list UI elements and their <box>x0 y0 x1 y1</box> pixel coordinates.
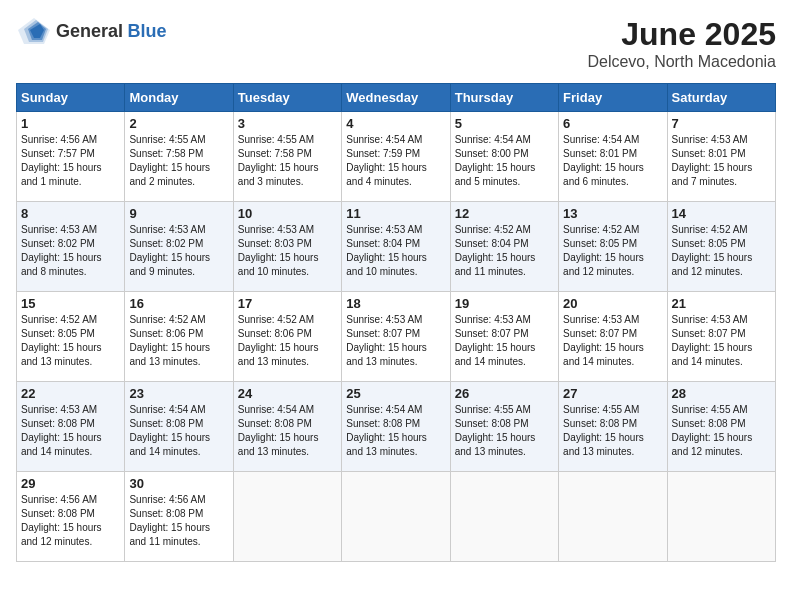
day-detail: Sunrise: 4:55 AMSunset: 8:08 PMDaylight:… <box>455 403 554 459</box>
day-detail: Sunrise: 4:53 AMSunset: 8:08 PMDaylight:… <box>21 403 120 459</box>
day-number: 20 <box>563 296 662 311</box>
day-number: 22 <box>21 386 120 401</box>
day-detail: Sunrise: 4:52 AMSunset: 8:06 PMDaylight:… <box>129 313 228 369</box>
month-title: June 2025 <box>587 16 776 53</box>
day-number: 6 <box>563 116 662 131</box>
day-number: 29 <box>21 476 120 491</box>
week-row-4: 22Sunrise: 4:53 AMSunset: 8:08 PMDayligh… <box>17 382 776 472</box>
header-thursday: Thursday <box>450 84 558 112</box>
day-cell: 23Sunrise: 4:54 AMSunset: 8:08 PMDayligh… <box>125 382 233 472</box>
day-cell: 7Sunrise: 4:53 AMSunset: 8:01 PMDaylight… <box>667 112 775 202</box>
day-cell: 24Sunrise: 4:54 AMSunset: 8:08 PMDayligh… <box>233 382 341 472</box>
week-row-2: 8Sunrise: 4:53 AMSunset: 8:02 PMDaylight… <box>17 202 776 292</box>
header: General Blue June 2025 Delcevo, North Ma… <box>16 16 776 71</box>
day-detail: Sunrise: 4:54 AMSunset: 8:00 PMDaylight:… <box>455 133 554 189</box>
header-tuesday: Tuesday <box>233 84 341 112</box>
header-friday: Friday <box>559 84 667 112</box>
day-detail: Sunrise: 4:55 AMSunset: 8:08 PMDaylight:… <box>563 403 662 459</box>
day-number: 12 <box>455 206 554 221</box>
day-detail: Sunrise: 4:53 AMSunset: 8:04 PMDaylight:… <box>346 223 445 279</box>
day-cell: 18Sunrise: 4:53 AMSunset: 8:07 PMDayligh… <box>342 292 450 382</box>
logo-text: General Blue <box>56 21 167 42</box>
day-number: 11 <box>346 206 445 221</box>
day-number: 17 <box>238 296 337 311</box>
day-cell: 17Sunrise: 4:52 AMSunset: 8:06 PMDayligh… <box>233 292 341 382</box>
day-cell: 10Sunrise: 4:53 AMSunset: 8:03 PMDayligh… <box>233 202 341 292</box>
day-cell: 21Sunrise: 4:53 AMSunset: 8:07 PMDayligh… <box>667 292 775 382</box>
day-cell: 13Sunrise: 4:52 AMSunset: 8:05 PMDayligh… <box>559 202 667 292</box>
header-monday: Monday <box>125 84 233 112</box>
day-cell <box>233 472 341 562</box>
header-wednesday: Wednesday <box>342 84 450 112</box>
day-detail: Sunrise: 4:53 AMSunset: 8:07 PMDaylight:… <box>672 313 771 369</box>
day-cell: 20Sunrise: 4:53 AMSunset: 8:07 PMDayligh… <box>559 292 667 382</box>
day-cell: 29Sunrise: 4:56 AMSunset: 8:08 PMDayligh… <box>17 472 125 562</box>
logo: General Blue <box>16 16 167 46</box>
day-number: 23 <box>129 386 228 401</box>
day-number: 15 <box>21 296 120 311</box>
day-number: 19 <box>455 296 554 311</box>
day-number: 5 <box>455 116 554 131</box>
day-cell: 22Sunrise: 4:53 AMSunset: 8:08 PMDayligh… <box>17 382 125 472</box>
day-number: 27 <box>563 386 662 401</box>
day-cell: 11Sunrise: 4:53 AMSunset: 8:04 PMDayligh… <box>342 202 450 292</box>
logo-icon <box>16 16 52 46</box>
day-cell: 26Sunrise: 4:55 AMSunset: 8:08 PMDayligh… <box>450 382 558 472</box>
day-detail: Sunrise: 4:52 AMSunset: 8:04 PMDaylight:… <box>455 223 554 279</box>
day-cell: 28Sunrise: 4:55 AMSunset: 8:08 PMDayligh… <box>667 382 775 472</box>
day-cell: 19Sunrise: 4:53 AMSunset: 8:07 PMDayligh… <box>450 292 558 382</box>
day-cell: 9Sunrise: 4:53 AMSunset: 8:02 PMDaylight… <box>125 202 233 292</box>
week-row-3: 15Sunrise: 4:52 AMSunset: 8:05 PMDayligh… <box>17 292 776 382</box>
location-title: Delcevo, North Macedonia <box>587 53 776 71</box>
day-number: 10 <box>238 206 337 221</box>
week-row-1: 1Sunrise: 4:56 AMSunset: 7:57 PMDaylight… <box>17 112 776 202</box>
day-detail: Sunrise: 4:53 AMSunset: 8:03 PMDaylight:… <box>238 223 337 279</box>
day-detail: Sunrise: 4:54 AMSunset: 8:08 PMDaylight:… <box>346 403 445 459</box>
day-number: 13 <box>563 206 662 221</box>
day-number: 3 <box>238 116 337 131</box>
day-detail: Sunrise: 4:52 AMSunset: 8:05 PMDaylight:… <box>21 313 120 369</box>
day-cell <box>559 472 667 562</box>
header-saturday: Saturday <box>667 84 775 112</box>
day-detail: Sunrise: 4:53 AMSunset: 8:01 PMDaylight:… <box>672 133 771 189</box>
day-detail: Sunrise: 4:56 AMSunset: 8:08 PMDaylight:… <box>21 493 120 549</box>
day-detail: Sunrise: 4:55 AMSunset: 7:58 PMDaylight:… <box>238 133 337 189</box>
day-number: 1 <box>21 116 120 131</box>
logo-blue: Blue <box>128 21 167 41</box>
day-detail: Sunrise: 4:52 AMSunset: 8:06 PMDaylight:… <box>238 313 337 369</box>
day-cell <box>342 472 450 562</box>
title-area: June 2025 Delcevo, North Macedonia <box>587 16 776 71</box>
day-cell: 27Sunrise: 4:55 AMSunset: 8:08 PMDayligh… <box>559 382 667 472</box>
day-cell <box>667 472 775 562</box>
day-cell: 16Sunrise: 4:52 AMSunset: 8:06 PMDayligh… <box>125 292 233 382</box>
day-number: 21 <box>672 296 771 311</box>
day-number: 8 <box>21 206 120 221</box>
week-row-5: 29Sunrise: 4:56 AMSunset: 8:08 PMDayligh… <box>17 472 776 562</box>
day-number: 24 <box>238 386 337 401</box>
calendar-table: SundayMondayTuesdayWednesdayThursdayFrid… <box>16 83 776 562</box>
day-cell: 5Sunrise: 4:54 AMSunset: 8:00 PMDaylight… <box>450 112 558 202</box>
day-detail: Sunrise: 4:55 AMSunset: 7:58 PMDaylight:… <box>129 133 228 189</box>
day-detail: Sunrise: 4:54 AMSunset: 8:08 PMDaylight:… <box>238 403 337 459</box>
day-detail: Sunrise: 4:53 AMSunset: 8:07 PMDaylight:… <box>455 313 554 369</box>
day-number: 28 <box>672 386 771 401</box>
day-number: 16 <box>129 296 228 311</box>
day-number: 4 <box>346 116 445 131</box>
day-detail: Sunrise: 4:52 AMSunset: 8:05 PMDaylight:… <box>563 223 662 279</box>
day-number: 2 <box>129 116 228 131</box>
day-number: 26 <box>455 386 554 401</box>
day-detail: Sunrise: 4:53 AMSunset: 8:07 PMDaylight:… <box>346 313 445 369</box>
day-detail: Sunrise: 4:56 AMSunset: 8:08 PMDaylight:… <box>129 493 228 549</box>
day-number: 9 <box>129 206 228 221</box>
day-cell <box>450 472 558 562</box>
day-cell: 15Sunrise: 4:52 AMSunset: 8:05 PMDayligh… <box>17 292 125 382</box>
day-cell: 12Sunrise: 4:52 AMSunset: 8:04 PMDayligh… <box>450 202 558 292</box>
day-detail: Sunrise: 4:53 AMSunset: 8:07 PMDaylight:… <box>563 313 662 369</box>
day-cell: 4Sunrise: 4:54 AMSunset: 7:59 PMDaylight… <box>342 112 450 202</box>
day-cell: 14Sunrise: 4:52 AMSunset: 8:05 PMDayligh… <box>667 202 775 292</box>
logo-general: General <box>56 21 123 41</box>
header-row: SundayMondayTuesdayWednesdayThursdayFrid… <box>17 84 776 112</box>
day-detail: Sunrise: 4:54 AMSunset: 8:01 PMDaylight:… <box>563 133 662 189</box>
day-number: 14 <box>672 206 771 221</box>
day-cell: 3Sunrise: 4:55 AMSunset: 7:58 PMDaylight… <box>233 112 341 202</box>
